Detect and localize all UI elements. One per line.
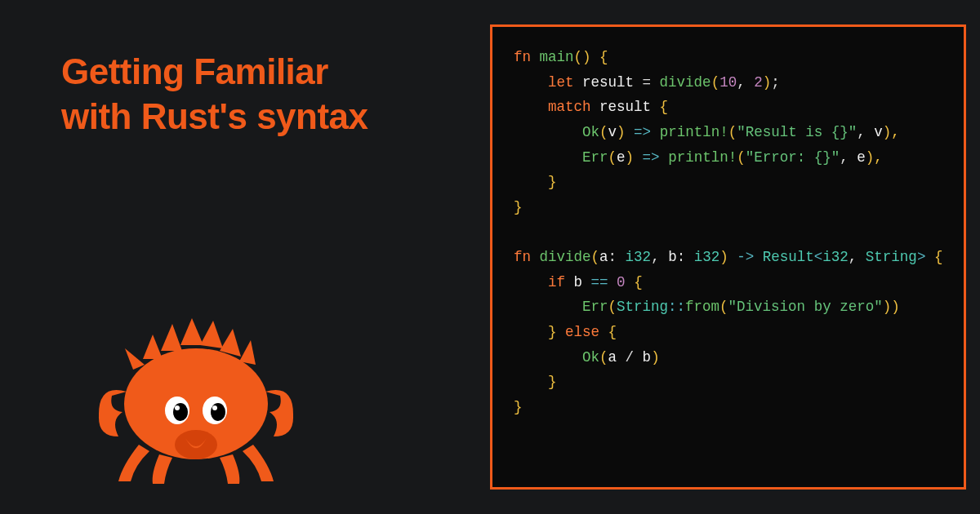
var-result: result [582, 74, 634, 91]
brace: } [548, 374, 557, 390]
type-i32: i32 [694, 249, 720, 265]
svg-marker-3 [180, 318, 203, 345]
arrow: -> [737, 249, 754, 265]
kw-if: if [548, 274, 565, 290]
paren: ) [651, 349, 660, 366]
comma: , [651, 249, 660, 265]
macro-println: println! [668, 149, 737, 166]
var-v: v [874, 124, 883, 140]
kw-fn: fn [514, 249, 531, 265]
kw-let: let [548, 74, 574, 91]
svg-marker-4 [200, 321, 223, 348]
brace: { [660, 99, 669, 115]
brace: { [934, 249, 943, 265]
num-10: 10 [719, 74, 737, 91]
param-b: b [668, 249, 677, 265]
paren: ( [599, 349, 608, 366]
ok-variant: Ok [582, 124, 599, 140]
fat-arrow: => [634, 124, 651, 140]
var-a: a [608, 349, 617, 366]
path-sep: :: [668, 299, 685, 315]
left-panel: Getting Familiar with Rust's syntax [0, 0, 490, 514]
eq-eq: == [591, 274, 608, 290]
num-2: 2 [754, 74, 763, 91]
svg-point-14 [212, 405, 217, 410]
svg-marker-1 [143, 335, 163, 359]
angle: < [814, 249, 823, 265]
paren: ) [617, 124, 626, 140]
type-i32: i32 [822, 249, 849, 265]
parens: () [574, 49, 591, 65]
var-result: result [599, 99, 651, 115]
svg-point-11 [173, 403, 188, 421]
paren: ( [591, 249, 600, 265]
type-string: String [617, 299, 668, 315]
colon: : [608, 249, 617, 265]
parens: )) [883, 299, 900, 315]
svg-marker-7 [125, 348, 145, 370]
brace: { [634, 274, 643, 290]
var-v: v [608, 124, 617, 140]
str-error: "Error: {}" [746, 149, 840, 166]
num-0: 0 [617, 274, 626, 290]
svg-point-8 [175, 430, 217, 459]
fn-divide: divide [540, 249, 591, 265]
kw-fn: fn [514, 49, 531, 65]
paren: ( [711, 74, 720, 91]
svg-point-12 [211, 403, 225, 421]
var-e: e [857, 149, 866, 166]
svg-marker-6 [239, 340, 256, 365]
paren: ( [719, 299, 728, 315]
err-variant: Err [582, 149, 608, 166]
brace: } [514, 399, 523, 415]
paren: ( [608, 299, 617, 315]
var-b: b [643, 349, 652, 366]
comma: , [737, 74, 746, 91]
err-variant: Err [582, 299, 608, 315]
fn-from: from [685, 299, 719, 315]
page-title: Getting Familiar with Rust's syntax [61, 49, 457, 139]
paren: ( [728, 124, 737, 140]
comma: , [840, 149, 849, 166]
paren-comma: ), [883, 124, 900, 140]
title-line-1: Getting Familiar [61, 51, 328, 91]
ok-variant: Ok [582, 349, 599, 366]
op-div: / [626, 349, 635, 366]
semicolon: ; [771, 74, 780, 91]
title-line-2: with Rust's syntax [61, 96, 368, 136]
brace: { [608, 324, 617, 340]
type-string: String [866, 249, 917, 265]
colon: : [677, 249, 686, 265]
str-divzero: "Division by zero" [728, 299, 883, 315]
var-e: e [617, 149, 626, 166]
fn-divide-call: divide [660, 74, 711, 91]
param-a: a [599, 249, 608, 265]
svg-marker-5 [220, 329, 241, 357]
macro-println: println! [660, 124, 728, 140]
code-snippet: fn main() { let result = divide(10, 2); … [490, 24, 966, 490]
fat-arrow: => [643, 149, 660, 166]
brace: } [548, 324, 557, 340]
paren: ( [608, 149, 617, 166]
paren: ( [737, 149, 746, 166]
brace: } [514, 199, 523, 215]
paren-comma: ), [866, 149, 883, 166]
paren: ) [763, 74, 772, 91]
angle: > [917, 249, 926, 265]
paren: ( [599, 124, 608, 140]
page: Getting Familiar with Rust's syntax [0, 0, 980, 514]
svg-point-13 [175, 405, 180, 410]
kw-match: match [548, 99, 591, 115]
fn-main: main [540, 49, 574, 65]
str-result: "Result is {}" [737, 124, 857, 140]
type-i32: i32 [626, 249, 652, 265]
var-b: b [574, 274, 583, 290]
paren: ) [719, 249, 728, 265]
comma: , [857, 124, 866, 140]
comma: , [849, 249, 858, 265]
brace: { [599, 49, 608, 65]
svg-marker-2 [161, 324, 182, 351]
paren: ) [626, 149, 635, 166]
eq: = [643, 74, 652, 91]
right-panel: fn main() { let result = divide(10, 2); … [490, 0, 980, 514]
